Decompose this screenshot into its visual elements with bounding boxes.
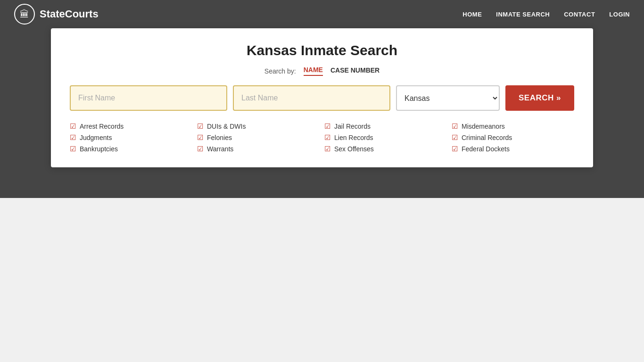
- check-icon: ☑: [197, 145, 203, 153]
- tab-case-number[interactable]: CASE NUMBER: [330, 66, 380, 75]
- brand-link[interactable]: 🏛 StateCourts: [14, 4, 99, 25]
- checkbox-label: Arrest Records: [80, 123, 124, 130]
- checkbox-lien-records: ☑ Lien Records: [324, 133, 447, 142]
- state-select[interactable]: Kansas: [396, 85, 500, 111]
- check-icon: ☑: [452, 145, 458, 153]
- check-icon: ☑: [452, 122, 458, 131]
- checkbox-label: Bankruptcies: [80, 145, 118, 153]
- search-card: Kansas Inmate Search Search by: NAME CAS…: [51, 28, 593, 167]
- checkbox-judgments: ☑ Judgments: [70, 133, 192, 142]
- checkbox-label: Warrants: [207, 145, 233, 153]
- first-name-input[interactable]: [70, 85, 227, 111]
- checkbox-arrest-records: ☑ Arrest Records: [70, 122, 192, 131]
- checkbox-label: Misdemeanors: [462, 123, 505, 130]
- check-icon: ☑: [324, 145, 330, 153]
- nav-contact[interactable]: CONTACT: [564, 11, 595, 18]
- checkbox-label: Federal Dockets: [462, 145, 510, 153]
- search-card-title: Kansas Inmate Search: [70, 42, 574, 58]
- logo-icon: 🏛: [14, 4, 35, 25]
- checkbox-label: Lien Records: [334, 134, 373, 141]
- checkbox-label: Criminal Records: [462, 134, 512, 141]
- check-icon: ☑: [70, 145, 76, 153]
- search-inputs-row: Kansas SEARCH »: [70, 85, 574, 111]
- brand-name: StateCourts: [40, 8, 99, 20]
- tab-name[interactable]: NAME: [304, 66, 323, 76]
- check-icon: ☑: [324, 133, 330, 142]
- check-icon: ☑: [197, 133, 203, 142]
- checkbox-felonies: ☑ Felonies: [197, 133, 320, 142]
- checkbox-criminal-records: ☑ Criminal Records: [452, 133, 574, 142]
- checkbox-label: Felonies: [207, 134, 232, 141]
- checkbox-misdemeanors: ☑ Misdemeanors: [452, 122, 574, 131]
- checkbox-grid: ☑ Arrest Records ☑ DUIs & DWIs ☑ Jail Re…: [70, 122, 574, 153]
- check-icon: ☑: [70, 133, 76, 142]
- check-icon: ☑: [452, 133, 458, 142]
- checkbox-label: Jail Records: [334, 123, 371, 130]
- search-by-label: Search by:: [264, 67, 296, 75]
- nav-home[interactable]: HOME: [462, 11, 482, 18]
- checkbox-sex-offenses: ☑ Sex Offenses: [324, 145, 447, 153]
- hero-section: COURTHOUSE 🏛 StateCourts HOME INMATE SEA…: [0, 0, 644, 198]
- check-icon: ☑: [197, 122, 203, 131]
- checkbox-warrants: ☑ Warrants: [197, 145, 320, 153]
- checkbox-label: Sex Offenses: [334, 145, 374, 153]
- check-icon: ☑: [70, 122, 76, 131]
- navbar: 🏛 StateCourts HOME INMATE SEARCH CONTACT…: [0, 0, 644, 28]
- checkbox-duis: ☑ DUIs & DWIs: [197, 122, 320, 131]
- last-name-input[interactable]: [233, 85, 390, 111]
- nav-login[interactable]: LOGIN: [609, 11, 630, 18]
- nav-inmate-search[interactable]: INMATE SEARCH: [496, 11, 550, 18]
- checkbox-bankruptcies: ☑ Bankruptcies: [70, 145, 192, 153]
- checkbox-jail-records: ☑ Jail Records: [324, 122, 447, 131]
- checkbox-label: DUIs & DWIs: [207, 123, 246, 130]
- checkbox-label: Judgments: [80, 134, 112, 141]
- search-button[interactable]: SEARCH »: [505, 85, 574, 111]
- checkbox-federal-dockets: ☑ Federal Dockets: [452, 145, 574, 153]
- nav-links: HOME INMATE SEARCH CONTACT LOGIN: [462, 11, 630, 18]
- search-by-row: Search by: NAME CASE NUMBER: [70, 66, 574, 76]
- check-icon: ☑: [324, 122, 330, 131]
